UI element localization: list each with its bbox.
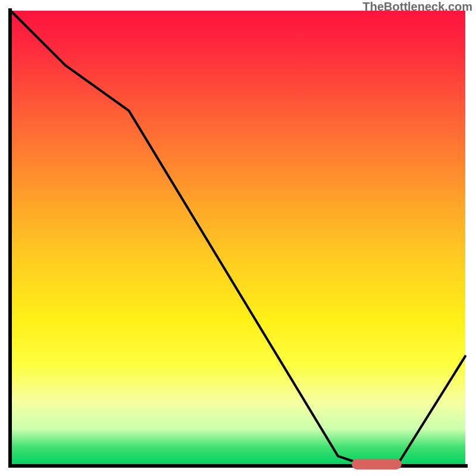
watermark-text: TheBottleneck.com: [363, 0, 472, 14]
chart-gradient-background: [11, 11, 465, 465]
optimal-range-marker: [352, 459, 402, 469]
y-axis: [8, 8, 12, 468]
bottleneck-chart: TheBottleneck.com: [0, 0, 476, 476]
